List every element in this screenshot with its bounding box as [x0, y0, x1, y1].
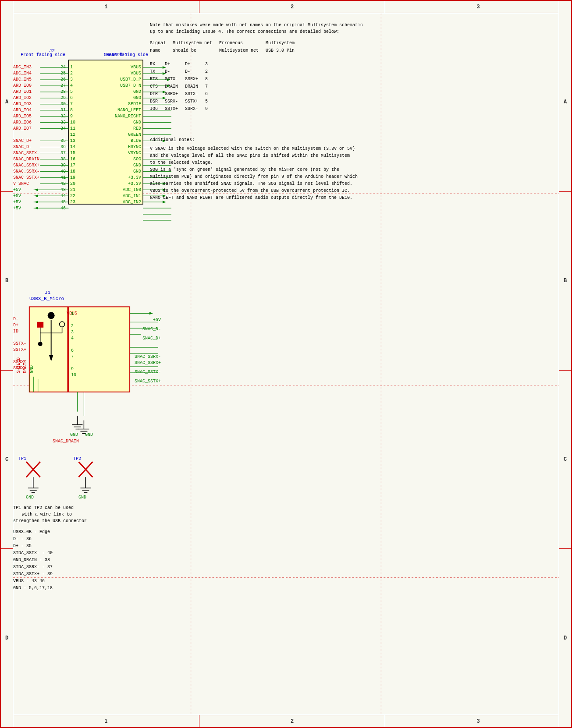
- signal-data-table: RX D+ D+ 3 TX D- D- 2 RTS SSTX- SSRX+ 8 …: [150, 60, 215, 113]
- sig-hdr2-err: Multisystem net: [219, 47, 266, 54]
- bottom-item-0: USB3.0B - Edge: [13, 529, 53, 536]
- svg-line-92: [26, 462, 40, 477]
- note-line1: Note that mistakes were made with net na…: [150, 22, 413, 28]
- j2-left-pins: ADC_IN3 ADC_IN4 ADC_IN5 ARD_IO0 ARD_IO1 …: [13, 64, 39, 212]
- sig-hdr2-ms: should be: [173, 47, 219, 54]
- additional-notes: Additional notes: V_SNAC is the voltage …: [150, 137, 409, 201]
- svg-rect-106: [37, 322, 43, 327]
- tp2-ref: TP2: [73, 456, 81, 461]
- j1-pinnums-left: 1 2 3 4 6 7 9 10: [71, 311, 76, 378]
- schematic-page: 1 2 3 1 2 3 A B C D A B C D: [0, 0, 572, 728]
- j2-right-nets: VBUS VBUS USB7_D_P USB7_D_N GND GND SPDI…: [115, 64, 141, 205]
- svg-rect-71: [29, 307, 68, 392]
- svg-line-97: [78, 462, 92, 477]
- col-marker-1: 1: [13, 4, 199, 10]
- j2-front-label: Front-facing side: [21, 53, 65, 57]
- j1-gnd-labels: GND GND: [70, 432, 93, 437]
- sig-hdr-ms: Multisystem net: [173, 39, 219, 47]
- tp-note: TP1 and TP2 can be used with a wire link…: [13, 505, 87, 524]
- additional-note-2: to the selected voltage.: [150, 159, 409, 166]
- col-marker-2b: 2: [199, 718, 385, 724]
- sig-hdr2-pin: USB 3.0 Pin: [266, 47, 302, 54]
- j2-left-pinnums: 24 25 26 27 28 29 30 31 32 33 34 35 36 3…: [60, 64, 66, 212]
- border-bottom: 1 2 3: [1, 715, 571, 727]
- additional-note-5: also carries the unshifted SNAC signals.…: [150, 180, 409, 187]
- row-marker-Dr: D: [564, 549, 567, 727]
- col-marker-2: 2: [199, 4, 385, 10]
- table-row: RTS SSTX- SSRX+ 8: [150, 75, 215, 83]
- bottom-item-8: GND - 5,6,17,18: [13, 585, 53, 592]
- row-marker-Ar: A: [564, 13, 567, 191]
- additional-notes-title: Additional notes:: [150, 137, 409, 144]
- row-marker-D: D: [5, 549, 8, 727]
- sig-hdr-name: Signal: [150, 39, 173, 47]
- j1-ref: J1: [45, 290, 50, 295]
- tp1-ref: TP1: [18, 456, 26, 461]
- bottom-list: USB3.0B - Edge D- - 36 D+ - 35 STDA_SSTX…: [13, 529, 53, 592]
- row-marker-Cr: C: [564, 371, 567, 549]
- signal-table: Signal Multisystem net Erroneous Multisy…: [150, 39, 302, 57]
- j1-gnd-label: GND: [29, 365, 34, 373]
- svg-rect-70: [69, 307, 130, 392]
- sig-hdr-err: Erroneous: [219, 39, 266, 47]
- col-marker-1b: 1: [13, 718, 199, 724]
- table-row: DSR SSRX- SSTX+ 5: [150, 98, 215, 105]
- additional-note-6: VBUS is the overcurrent-protected 5V fro…: [150, 187, 409, 194]
- table-row: DTR SSRX+ SSTX- 6: [150, 90, 215, 98]
- bottom-item-4: GND_DRAIN - 38: [13, 557, 53, 564]
- additional-note-0: V_SNAC is the voltage selected with the …: [150, 145, 409, 152]
- tp1-gnd: GND: [26, 495, 34, 500]
- bottom-item-3: STDA_SSTX- - 40: [13, 550, 53, 557]
- table-row: RX D+ D+ 3: [150, 60, 215, 68]
- svg-line-98: [78, 462, 92, 477]
- j1-right-nets: +5V SNAC_D- SNAC_D+ SNAC_SSRX- SNAC_SSRX…: [135, 311, 161, 385]
- bottom-item-7: VBUS - 43-46: [13, 578, 53, 585]
- table-row: IO6 SSTX+ SSRX- 9: [150, 105, 215, 113]
- col-marker-3b: 3: [385, 718, 571, 724]
- j2-right-pinnums: 1 2 3 4 5 6 7 8 9 10 11 12 13 14 15 16 1…: [70, 64, 75, 205]
- svg-marker-111: [49, 355, 53, 361]
- additional-note-3: SOG is a 'sync on green' signal generate…: [150, 166, 409, 173]
- svg-point-108: [60, 322, 65, 327]
- j1-value: USB3_B_Micro: [29, 296, 64, 301]
- border-left: A B C D: [1, 1, 13, 727]
- j1-snac-drain-label: SNAC_DRAIN: [53, 439, 79, 444]
- bottom-item-5: STDA_SSRX- - 37: [13, 564, 53, 571]
- tp2-gnd: GND: [78, 495, 86, 500]
- j1-shield-label: SHIELD: [16, 357, 21, 373]
- sig-hdr2-name: name: [150, 47, 173, 54]
- bottom-item-6: STDA_SSTX+ - 39: [13, 571, 53, 578]
- table-row: CTS DRAIN DRAIN 7: [150, 83, 215, 90]
- note-section: Note that mistakes were made with net na…: [150, 22, 413, 113]
- table-row: TX D- D- 2: [150, 68, 215, 75]
- col-marker-3: 3: [385, 4, 571, 10]
- svg-point-110: [38, 342, 43, 346]
- border-top: 1 2 3: [1, 1, 571, 13]
- row-marker-Br: B: [564, 192, 567, 370]
- border-right: A B C D: [559, 1, 571, 727]
- row-marker-A: A: [5, 13, 8, 191]
- additional-note-4: Multisystem PCB) and originates directly…: [150, 173, 409, 180]
- row-marker-B: B: [5, 192, 8, 370]
- additional-note-1: and the voltage level of all the SNAC pi…: [150, 152, 409, 159]
- row-marker-C: C: [5, 371, 8, 549]
- svg-point-112: [48, 312, 55, 319]
- svg-line-91: [26, 462, 40, 477]
- bottom-item-2: D+ - 35: [13, 543, 53, 550]
- bottom-item-1: D- - 36: [13, 536, 53, 543]
- note-line2: up to and including Issue 4. The correct…: [150, 28, 413, 35]
- j1-drain-label: DRAIN: [23, 360, 28, 373]
- additional-note-7: NANO_LEFT and NANO_RIGHT are unfiltered …: [150, 194, 409, 201]
- j2-rear-label: Rear-facing side: [106, 53, 148, 57]
- sig-hdr-pin: Multisystem: [266, 39, 302, 47]
